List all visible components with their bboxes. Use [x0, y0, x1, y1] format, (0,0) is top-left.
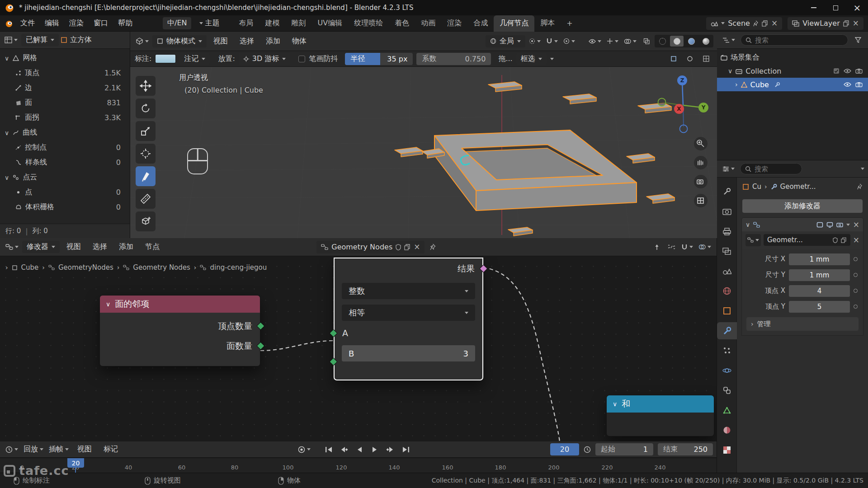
tab-render[interactable] — [717, 203, 737, 220]
chevron-down-icon[interactable]: ∨ — [5, 129, 9, 136]
shield-fake-user-icon[interactable] — [833, 237, 838, 243]
gizmo-axis-neg-y[interactable] — [658, 99, 666, 106]
attribute-toggle-icon[interactable] — [854, 257, 858, 261]
frame-start-field[interactable]: 起始 1 — [595, 443, 653, 455]
disable-render-camera-icon[interactable] — [855, 82, 863, 87]
node-sum[interactable]: ∨ 和 — [606, 395, 714, 436]
hide-eye-icon[interactable] — [844, 68, 851, 74]
close-button[interactable]: × — [846, 0, 868, 15]
manage-section-header[interactable]: › 管理 — [746, 317, 859, 331]
tab-scene[interactable] — [717, 263, 737, 280]
frame-end-field[interactable]: 结束 250 — [658, 443, 713, 455]
scale-tool-button[interactable] — [136, 121, 156, 141]
tab-world[interactable] — [717, 282, 737, 300]
drag-action-dropdown[interactable]: 框选 — [516, 53, 547, 65]
unlink-icon[interactable]: × — [771, 19, 778, 27]
tab-output[interactable] — [717, 223, 737, 240]
mode-dropdown[interactable]: 物体模式 — [152, 35, 207, 47]
annotation-color-swatch[interactable] — [155, 54, 176, 63]
editor-type-outliner-button[interactable] — [721, 34, 737, 46]
snap-toggle-dropdown[interactable] — [544, 35, 560, 47]
current-frame-field[interactable]: 20 — [550, 443, 579, 455]
size-y-field[interactable]: 1 mm — [789, 269, 850, 281]
shading-solid-button[interactable] — [670, 36, 684, 47]
compare-b-value-field[interactable]: B 3 — [342, 345, 475, 361]
outliner-row-cube-selected[interactable]: › Cube — [717, 78, 868, 91]
transform-tool-button[interactable] — [136, 144, 156, 164]
dataset-row-curves[interactable]: ∨ 曲线 — [0, 125, 130, 140]
compare-type-dropdown[interactable]: 整数 — [342, 283, 475, 299]
workspace-tab-animation[interactable]: 动画 — [415, 15, 441, 32]
exclude-checkbox[interactable] — [833, 68, 840, 74]
timeline-menu-marker[interactable]: 标记 — [99, 441, 123, 457]
language-toggle-button[interactable]: 中/EN — [163, 17, 191, 29]
collapse-icon[interactable]: ∨ — [106, 300, 110, 308]
selected-mesh-tray[interactable] — [434, 130, 637, 211]
outliner-row-scene-collection[interactable]: 场景集合 — [717, 51, 868, 64]
xray-toggle[interactable] — [640, 35, 653, 47]
node-menu-add[interactable]: 添加 — [114, 238, 138, 256]
playhead[interactable]: 20 — [67, 458, 84, 468]
menu-render[interactable]: 渲染 — [64, 15, 89, 31]
auto-keying-button[interactable] — [296, 443, 312, 455]
dataset-row-points[interactable]: 点 0 — [0, 185, 130, 200]
pan-hand-button[interactable] — [694, 156, 708, 169]
duplicate-icon[interactable] — [762, 20, 768, 27]
add-primitive-tool-button[interactable] — [136, 211, 156, 231]
tab-tool[interactable] — [717, 183, 737, 200]
collapse-icon[interactable]: ∨ — [745, 221, 750, 228]
timeline-menu-keying[interactable]: 插帧 — [47, 443, 71, 455]
node-datablock-dropdown[interactable]: 修改器 — [22, 241, 60, 253]
dataset-row-vertices[interactable]: 顶点 1.5K — [0, 66, 130, 80]
attribute-toggle-icon[interactable] — [854, 289, 858, 293]
timeline-menu-view[interactable]: 视图 — [72, 441, 97, 457]
vertices-x-field[interactable]: 4 — [789, 285, 850, 297]
workspace-tab-uv[interactable]: UV编辑 — [311, 15, 348, 32]
properties-search[interactable] — [740, 163, 802, 174]
shading-material-button[interactable] — [684, 36, 698, 47]
modifier-panel-header[interactable]: ∨ × — [742, 218, 863, 231]
caret-down-icon[interactable] — [550, 58, 554, 60]
transform-orientation-dropdown[interactable]: 全局 — [486, 35, 525, 47]
tab-particles[interactable] — [717, 342, 737, 359]
gizmos-dropdown[interactable] — [605, 35, 620, 47]
auto-offset-button[interactable] — [665, 241, 678, 253]
viewlayer-selector[interactable]: ViewLayer × — [788, 17, 863, 30]
evaluation-state-dropdown[interactable]: 已解算 — [21, 34, 59, 46]
collapse-icon[interactable]: ∨ — [613, 400, 617, 408]
node-menu-node[interactable]: 节点 — [140, 238, 165, 256]
outliner-search[interactable] — [741, 34, 848, 46]
add-modifier-button[interactable]: 添加修改器 — [742, 199, 863, 213]
viewport-menu-select[interactable]: 选择 — [235, 32, 259, 51]
app-menu-button[interactable] — [3, 17, 15, 29]
node-tree-selector[interactable]: Geometry Nodes × — [316, 241, 425, 253]
browse-node-group-button[interactable] — [745, 234, 761, 246]
factor-slider[interactable]: 系数 0.750 — [416, 53, 491, 65]
gizmo-axis-neg-z[interactable] — [680, 125, 688, 133]
editor-type-properties-button[interactable] — [721, 163, 736, 175]
chevron-down-icon[interactable]: ∨ — [728, 67, 732, 75]
attribute-toggle-icon[interactable] — [854, 273, 858, 277]
go-to-parent-tree-button[interactable] — [651, 241, 663, 253]
tab-modifiers[interactable] — [717, 322, 737, 339]
dataset-row-face-corners[interactable]: 面拐 3.3K — [0, 110, 130, 125]
tool-options-icon-1[interactable] — [667, 53, 680, 65]
tab-material[interactable] — [717, 422, 737, 439]
node-overlays-dropdown[interactable] — [697, 241, 713, 253]
chevron-down-icon[interactable]: ∨ — [5, 55, 9, 62]
duplicate-icon[interactable] — [841, 237, 847, 243]
unlink-node-group-icon[interactable]: × — [853, 236, 859, 244]
caret-down-icon[interactable] — [861, 168, 864, 170]
prev-keyframe-button[interactable] — [338, 443, 350, 455]
node-sum-header[interactable]: ∨ 和 — [607, 395, 714, 413]
menu-file[interactable]: 文件 — [15, 15, 40, 31]
remove-modifier-icon[interactable]: × — [853, 221, 859, 229]
node-compare[interactable]: 结果 整数 相等 A B 3 — [334, 258, 483, 380]
chevron-right-icon[interactable]: › — [5, 264, 8, 271]
dataset-row-edges[interactable]: 边 2.1K — [0, 80, 130, 95]
dataset-row-splines[interactable]: 样条线 0 — [0, 155, 130, 170]
show-object-types-dropdown[interactable] — [587, 35, 603, 47]
dataset-row-faces[interactable]: 面 831 — [0, 95, 130, 110]
viewport-menu-add[interactable]: 添加 — [261, 32, 285, 51]
node-face-neighbors[interactable]: ∨ 面的邻项 顶点数量 面数量 — [99, 295, 260, 366]
